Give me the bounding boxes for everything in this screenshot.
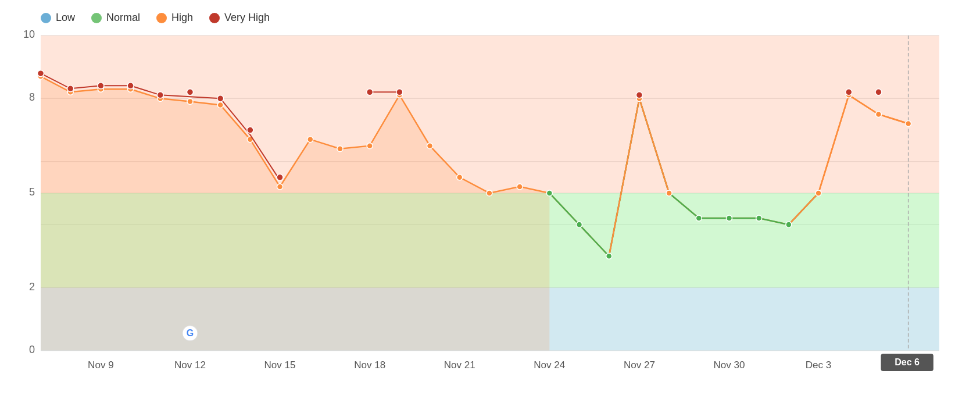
svg-text:Nov 24: Nov 24 — [534, 360, 565, 371]
svg-point-62 — [98, 83, 104, 89]
svg-point-40 — [337, 146, 343, 152]
svg-point-56 — [696, 215, 702, 221]
svg-text:Nov 21: Nov 21 — [444, 360, 475, 371]
svg-point-39 — [307, 137, 313, 143]
svg-point-71 — [636, 92, 642, 98]
svg-point-44 — [457, 175, 463, 180]
svg-text:2: 2 — [29, 281, 35, 293]
chart-legend: Low Normal High Very High — [41, 12, 963, 24]
svg-text:8: 8 — [29, 91, 35, 103]
svg-point-51 — [875, 111, 881, 117]
legend-label-low: Low — [56, 12, 75, 24]
legend-dot-low — [41, 13, 51, 23]
svg-text:Dec 6: Dec 6 — [895, 357, 920, 367]
chart-container: Low Normal High Very High — [0, 0, 980, 420]
main-chart-svg: 10 8 5 2 0 Nov 9 Nov 12 Nov 15 Nov 18 No — [41, 35, 963, 374]
svg-point-64 — [157, 92, 163, 98]
svg-text:Nov 27: Nov 27 — [624, 360, 655, 371]
svg-point-57 — [726, 215, 732, 221]
svg-point-38 — [277, 184, 283, 190]
svg-point-67 — [247, 127, 253, 133]
svg-point-49 — [816, 190, 821, 196]
legend-label-veryhigh: Very High — [224, 12, 270, 24]
legend-item-low: Low — [41, 12, 75, 24]
legend-dot-veryhigh — [209, 13, 220, 23]
legend-dot-normal — [91, 13, 102, 23]
svg-point-63 — [127, 83, 134, 89]
chart-area: 10 8 5 2 0 Nov 9 Nov 12 Nov 15 Nov 18 No — [41, 35, 963, 374]
svg-point-48 — [666, 190, 672, 196]
svg-text:Dec 3: Dec 3 — [806, 360, 832, 371]
legend-item-high: High — [156, 12, 193, 24]
svg-text:Nov 15: Nov 15 — [264, 360, 296, 371]
svg-text:Nov 30: Nov 30 — [713, 360, 745, 371]
svg-point-41 — [367, 143, 373, 149]
legend-label-high: High — [171, 12, 193, 24]
svg-point-69 — [367, 89, 373, 95]
legend-dot-high — [156, 13, 167, 23]
svg-text:5: 5 — [29, 186, 35, 198]
svg-text:Nov 9: Nov 9 — [88, 360, 114, 371]
svg-point-72 — [846, 89, 852, 95]
svg-point-52 — [906, 121, 911, 127]
svg-point-70 — [396, 89, 403, 95]
svg-point-59 — [786, 222, 792, 227]
svg-point-45 — [487, 190, 492, 196]
svg-point-54 — [576, 222, 582, 227]
svg-text:0: 0 — [29, 344, 35, 355]
svg-point-43 — [427, 143, 433, 149]
svg-point-60 — [37, 70, 44, 77]
svg-point-55 — [606, 253, 612, 259]
svg-text:G: G — [187, 328, 194, 338]
svg-point-58 — [756, 215, 762, 221]
svg-point-36 — [217, 102, 223, 108]
legend-item-veryhigh: Very High — [209, 12, 270, 24]
svg-point-73 — [875, 89, 882, 95]
svg-text:10: 10 — [23, 29, 35, 40]
legend-item-normal: Normal — [91, 12, 140, 24]
svg-text:Nov 18: Nov 18 — [354, 360, 385, 371]
svg-point-35 — [187, 98, 193, 104]
svg-point-66 — [217, 95, 224, 102]
svg-point-46 — [517, 184, 523, 190]
svg-point-68 — [277, 174, 283, 180]
svg-point-53 — [546, 190, 552, 196]
legend-label-normal: Normal — [106, 12, 140, 24]
svg-point-65 — [187, 89, 193, 95]
svg-text:Nov 12: Nov 12 — [174, 360, 206, 371]
svg-point-61 — [67, 86, 74, 92]
